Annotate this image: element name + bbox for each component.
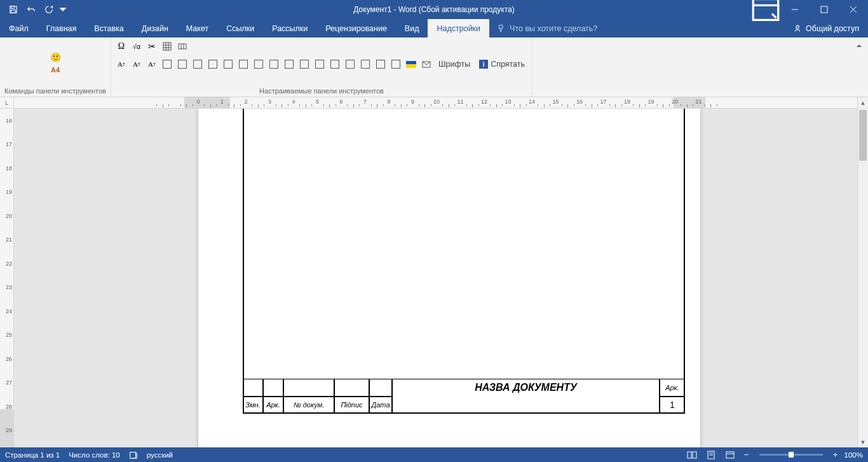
vertical-scrollbar[interactable]: ▲ ▼ [857, 97, 868, 447]
hide-button[interactable]: iСпрятать [476, 58, 528, 71]
zoom-out[interactable]: − [742, 450, 752, 460]
status-language[interactable]: русский [147, 451, 173, 459]
frame11-icon[interactable] [313, 58, 326, 71]
tab-layout[interactable]: Макет [177, 19, 217, 37]
zoom-slider[interactable] [759, 454, 823, 456]
save-button[interactable] [5, 2, 22, 17]
svg-rect-20 [688, 452, 691, 458]
scroll-down[interactable]: ▼ [858, 437, 868, 447]
maximize-button[interactable] [810, 0, 839, 19]
qat-customize[interactable] [58, 2, 67, 17]
frame7-icon[interactable] [252, 58, 265, 71]
zmn-cell: Змн. [243, 397, 263, 414]
minimize-button[interactable] [780, 0, 810, 19]
share-label: Общий доступ [806, 24, 859, 33]
envelope-icon[interactable] [420, 58, 433, 71]
scroll-up[interactable]: ▲ [858, 97, 868, 108]
frame8-icon[interactable] [268, 58, 280, 71]
ark-header: Арк. [660, 379, 685, 397]
frame12-icon[interactable] [329, 58, 341, 71]
tab-addins[interactable]: Надстройки [428, 19, 489, 37]
a4-button[interactable]: А4 [51, 66, 60, 74]
tab-insert[interactable]: Вставка [85, 19, 132, 37]
view-print[interactable] [703, 449, 719, 461]
view-read[interactable] [684, 449, 700, 461]
document-page[interactable]: НАЗВА ДОКУМЕНТУ Арк. Змн. Арк. № докум. … [198, 109, 700, 447]
tab-mailings[interactable]: Рассылки [263, 19, 316, 37]
pidpys-cell: Підпис [334, 397, 369, 414]
undo-button[interactable] [23, 2, 39, 17]
doc-title-cell: НАЗВА ДОКУМЕНТУ [392, 379, 660, 397]
ndokum-cell: № докум. [283, 397, 334, 414]
ribbon-display-options[interactable] [751, 0, 780, 19]
svg-rect-5 [821, 6, 827, 13]
emoji-icon[interactable]: 🙂 [50, 52, 61, 62]
view-web[interactable] [722, 449, 738, 461]
frame5-icon[interactable] [222, 58, 234, 71]
title-block: НАЗВА ДОКУМЕНТУ Арк. Змн. Арк. № докум. … [243, 379, 685, 414]
document-scroll[interactable]: НАЗВА ДОКУМЕНТУ Арк. Змн. Арк. № докум. … [14, 109, 857, 447]
zoom-level[interactable]: 100% [844, 451, 863, 459]
drawing-frame [243, 109, 685, 414]
vertical-ruler[interactable]: L 1617181920212223242526272829 [0, 97, 14, 447]
frame14-icon[interactable] [359, 58, 372, 71]
tab-view[interactable]: Вид [396, 19, 428, 37]
frame6-icon[interactable] [237, 58, 250, 71]
subscript-icon[interactable]: AT [115, 58, 128, 71]
group2-label: Настраиваемые панели инструментов [115, 86, 528, 97]
frame1-icon[interactable] [161, 58, 173, 71]
grid-icon[interactable] [176, 40, 189, 53]
flag-icon[interactable] [405, 58, 417, 71]
svg-rect-2 [11, 10, 16, 13]
svg-point-9 [796, 25, 799, 28]
svg-rect-15 [179, 44, 186, 49]
svg-rect-25 [726, 452, 734, 458]
page-num-cell: 1 [660, 397, 685, 414]
zoom-in[interactable]: + [831, 450, 841, 460]
fonts-button[interactable]: Шрифты [435, 58, 473, 71]
sqrt-icon[interactable]: √α [130, 40, 143, 53]
frame10-icon[interactable] [298, 58, 311, 71]
superscript-icon[interactable]: AT [130, 58, 143, 71]
svg-rect-21 [693, 452, 696, 458]
scroll-thumb[interactable] [859, 110, 867, 161]
frame16-icon[interactable] [390, 58, 402, 71]
redo-button[interactable] [41, 2, 57, 17]
frame4-icon[interactable] [207, 58, 219, 71]
tab-review[interactable]: Рецензирование [316, 19, 396, 37]
tab-file[interactable]: Файл [0, 19, 37, 37]
frame3-icon[interactable] [191, 58, 204, 71]
status-proofing[interactable] [129, 451, 138, 459]
share-button[interactable]: Общий доступ [784, 19, 868, 37]
tell-me-placeholder: Что вы хотите сделать? [510, 24, 597, 33]
frame2-icon[interactable] [176, 58, 189, 71]
frame9-icon[interactable] [283, 58, 295, 71]
frame13-icon[interactable] [344, 58, 356, 71]
tab-design[interactable]: Дизайн [133, 19, 177, 37]
table-icon[interactable] [161, 40, 173, 53]
status-page[interactable]: Страница 1 из 1 [5, 451, 60, 459]
zoom-thumb[interactable] [789, 452, 794, 458]
format-icon[interactable]: AT [146, 58, 158, 71]
tell-me-search[interactable]: Что вы хотите сделать? [489, 19, 784, 37]
data-cell: Дата [369, 397, 392, 414]
group1-label: Команды панели инструментов [4, 86, 107, 97]
info-icon: i [479, 60, 488, 69]
status-words[interactable]: Число слов: 10 [69, 451, 120, 459]
scissors-icon[interactable]: ✂ [146, 40, 158, 53]
horizontal-ruler[interactable]: 0123456789101112131415161718192021 [14, 97, 857, 109]
svg-point-8 [499, 25, 503, 29]
svg-rect-10 [163, 43, 171, 50]
omega-icon[interactable]: Ω [115, 40, 128, 53]
ark-cell: Арк. [263, 397, 283, 414]
close-button[interactable] [839, 0, 868, 19]
tab-references[interactable]: Ссылки [217, 19, 263, 37]
ruler-corner: L [0, 97, 13, 109]
window-title: Документ1 - Word (Сбой активации продукт… [353, 5, 514, 14]
svg-rect-19 [130, 452, 136, 458]
frame15-icon[interactable] [374, 58, 387, 71]
tab-home[interactable]: Главная [37, 19, 86, 37]
svg-rect-1 [11, 6, 15, 9]
collapse-ribbon[interactable] [854, 41, 864, 51]
